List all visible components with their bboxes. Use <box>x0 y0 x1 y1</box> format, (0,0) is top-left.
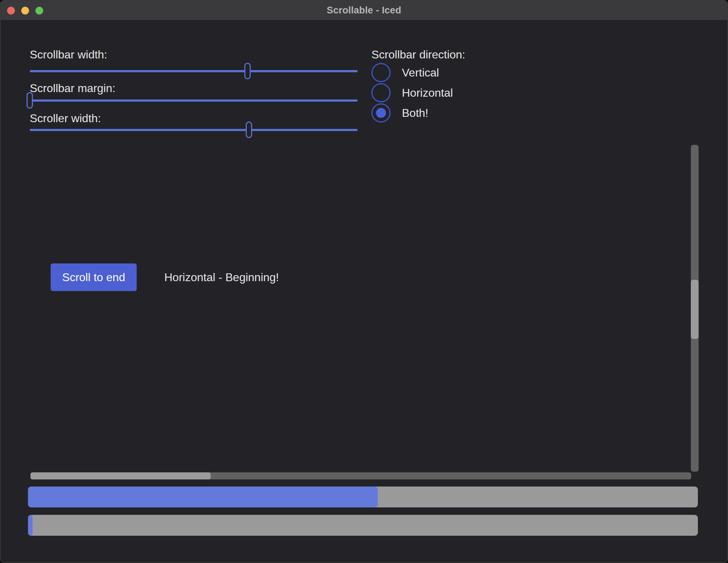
app-window: Scrollable - Iced Scrollbar width: Scrol… <box>0 0 728 563</box>
close-icon[interactable] <box>7 7 15 15</box>
progress-fill <box>28 515 33 536</box>
zoom-icon[interactable] <box>35 7 43 15</box>
scroll-to-end-button[interactable]: Scroll to end <box>51 263 137 291</box>
radio-vertical-label: Vertical <box>402 66 439 79</box>
scrollbar-direction-label: Scrollbar direction: <box>371 47 465 62</box>
window-title: Scrollable - Iced <box>327 5 401 16</box>
radio-vertical[interactable]: Vertical <box>371 63 439 82</box>
horizontal-scrollbar[interactable] <box>30 472 691 479</box>
radio-both[interactable]: Both! <box>371 103 428 123</box>
traffic-lights <box>7 7 43 15</box>
titlebar: Scrollable - Iced <box>1 1 727 21</box>
radio-circle-icon[interactable] <box>371 103 391 123</box>
radio-circle-icon[interactable] <box>371 83 391 102</box>
vertical-scroller-thumb[interactable] <box>691 280 699 339</box>
slider-rail[interactable] <box>30 129 358 131</box>
scrollbar-margin-slider[interactable] <box>30 92 358 109</box>
horizontal-scroller-thumb[interactable] <box>30 472 211 479</box>
vertical-scrollbar[interactable] <box>691 145 699 472</box>
radio-dot-icon <box>376 108 386 118</box>
slider-handle[interactable] <box>27 92 33 109</box>
progress-fill <box>28 487 378 507</box>
radio-horizontal[interactable]: Horizontal <box>371 83 453 102</box>
scroll-status-text: Horizontal - Beginning! <box>164 271 279 284</box>
slider-rail[interactable] <box>30 70 358 72</box>
scrollbar-width-label: Scrollbar width: <box>30 47 107 62</box>
slider-handle[interactable] <box>244 63 251 79</box>
radio-both-label: Both! <box>402 107 428 120</box>
slider-handle[interactable] <box>246 121 252 138</box>
vertical-progress-bar <box>28 515 698 536</box>
scrollbar-width-slider[interactable] <box>30 63 358 80</box>
radio-circle-icon[interactable] <box>371 63 391 82</box>
horizontal-progress-bar <box>28 487 698 507</box>
minimize-icon[interactable] <box>21 7 29 15</box>
radio-horizontal-label: Horizontal <box>402 86 453 99</box>
slider-rail[interactable] <box>30 99 358 102</box>
scroller-width-slider[interactable] <box>30 121 358 138</box>
